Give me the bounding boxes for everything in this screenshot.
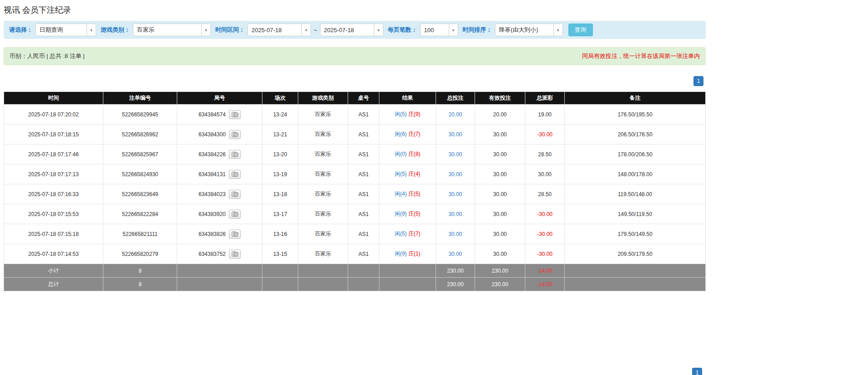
chevron-down-icon[interactable]: ▾ (201, 24, 210, 36)
result-banker: 庄(1) (408, 250, 421, 257)
cell-table-no: AS1 (348, 125, 379, 144)
total-bet-link[interactable]: 30.00 (448, 211, 462, 217)
game-detail-icon[interactable] (229, 230, 241, 239)
game-detail-icon[interactable] (229, 250, 241, 259)
total-bet-link[interactable]: 30.00 (448, 131, 462, 138)
page-title: 视讯 会员下注纪录 (4, 0, 706, 15)
sort-dropdown[interactable]: 降幂(由大到小) ▾ (495, 24, 563, 36)
cell-result: 闲(6) 庄(7) (379, 125, 436, 144)
cell-session: 13-19 (262, 164, 298, 184)
total-row-cell: 230.00 (475, 278, 525, 291)
date-from-value: 2025-07-18 (248, 24, 301, 36)
result-player: 闲(9) (395, 211, 407, 217)
chevron-down-icon[interactable]: ▾ (87, 24, 96, 36)
summary-currency-total: 币别：人民币 | 总共 :8 注单 | (10, 52, 85, 60)
game-detail-icon[interactable] (229, 190, 241, 199)
page-size-value: 100 (421, 24, 449, 36)
round-wrap: 634384023 (199, 190, 241, 199)
column-header: 桌号 (348, 92, 379, 105)
subtotal-row-cell (565, 264, 706, 278)
chevron-down-icon[interactable]: ▾ (374, 24, 383, 36)
cell-total-bet: 20.00 (436, 105, 475, 125)
date-to-value: 2025-07-18 (320, 24, 374, 36)
cell-total-bet: 30.00 (436, 125, 475, 144)
page: 视讯 会员下注纪录 请选择： 日期查询 ▾ 游戏类别： 百家乐 ▾ 时间区间： … (0, 0, 868, 375)
page-size-label: 每页笔数： (388, 26, 417, 34)
cell-remark: 148.00/178.00 (565, 164, 706, 184)
result-banker: 庄(8) (408, 151, 421, 157)
cell-round: 634384574 (177, 105, 262, 125)
cell-round: 634384300 (177, 125, 262, 144)
subtotal-row-cell (379, 264, 436, 278)
game-type-dropdown[interactable]: 百家乐 ▾ (133, 24, 211, 36)
total-bet-link[interactable]: 30.00 (448, 191, 462, 197)
chevron-down-icon[interactable]: ▾ (449, 24, 458, 36)
cell-table-no: AS1 (348, 105, 379, 125)
total-bet-link[interactable]: 30.00 (448, 151, 462, 158)
chevron-down-icon[interactable]: ▾ (301, 24, 310, 36)
round-wrap: 634383752 (199, 250, 241, 259)
round-wrap: 634384300 (199, 130, 241, 139)
result-banker: 庄(5) (408, 191, 421, 197)
cell-session: 13-16 (262, 224, 298, 244)
cell-game-type: 百家乐 (298, 184, 348, 204)
column-header: 局号 (177, 92, 262, 105)
total-row-cell: 总计 (4, 278, 103, 291)
date-from-picker[interactable]: 2025-07-18 ▾ (247, 24, 311, 36)
page-size-dropdown[interactable]: 100 ▾ (420, 24, 458, 36)
cell-session: 13-24 (262, 105, 298, 125)
result-player: 闲(5) (395, 111, 407, 117)
game-detail-icon[interactable] (229, 150, 241, 159)
table-row: 2025-07-18 07:15:53522665822284634383920… (4, 204, 706, 224)
subtotal-row-cell: 230.00 (475, 264, 525, 278)
cell-table-no: AS1 (348, 144, 379, 164)
column-header: 时间 (4, 92, 103, 105)
cell-time: 2025-07-18 07:16:33 (4, 184, 103, 204)
total-bet-link[interactable]: 30.00 (448, 251, 462, 257)
game-detail-icon[interactable] (229, 130, 241, 139)
cell-payout: -30.00 (525, 204, 565, 224)
filter-bar: 请选择： 日期查询 ▾ 游戏类别： 百家乐 ▾ 时间区间： 2025-07-18… (4, 21, 706, 39)
cell-valid-bet: 30.00 (475, 164, 525, 184)
search-button[interactable]: 查询 (568, 24, 593, 36)
cell-valid-bet: 30.00 (475, 204, 525, 224)
pagination-top: 1 (4, 76, 706, 86)
total-row-cell: 230.00 (436, 278, 475, 291)
cell-game-type: 百家乐 (298, 105, 348, 125)
date-to-picker[interactable]: 2025-07-18 ▾ (320, 24, 383, 36)
cell-result: 闲(0) 庄(8) (379, 144, 436, 164)
game-detail-icon[interactable] (229, 170, 241, 179)
pagination-page-1-bottom[interactable]: 1 (692, 368, 702, 375)
subtotal-row-cell (177, 264, 262, 278)
select-label: 请选择： (9, 26, 33, 34)
query-type-dropdown[interactable]: 日期查询 ▾ (35, 24, 96, 36)
column-header: 场次 (262, 92, 298, 105)
total-row-cell (565, 278, 706, 291)
table-row: 2025-07-18 07:18:15522665826962634384300… (4, 125, 706, 144)
table-body: 2025-07-18 07:20:02522665829945634384574… (4, 105, 706, 264)
game-detail-icon[interactable] (229, 110, 241, 119)
cell-remark: 178.00/206.50 (565, 144, 706, 164)
total-row-cell: 8 (103, 278, 177, 291)
cell-payout: -30.00 (525, 125, 565, 144)
total-bet-link[interactable]: 30.00 (448, 231, 462, 237)
total-row: 总计8230.00230.00-14.00 (4, 278, 706, 291)
query-type-value: 日期查询 (36, 24, 87, 36)
summary-notice: 同局有效投注，统一计算在该局第一张注单内 (582, 52, 700, 60)
total-bet-link[interactable]: 20.00 (448, 111, 462, 118)
cell-round: 634384131 (177, 164, 262, 184)
total-bet-link[interactable]: 30.00 (448, 171, 462, 178)
cell-game-type: 百家乐 (298, 224, 348, 244)
round-wrap: 634383826 (199, 230, 241, 239)
cell-round: 634384023 (177, 184, 262, 204)
cell-bet-id: 522665824930 (103, 164, 177, 184)
game-detail-icon[interactable] (229, 210, 241, 219)
pagination-page-1[interactable]: 1 (693, 76, 703, 86)
table-header-row: 时间注单编号局号场次游戏类别桌号结果总投注有效投注总派彩备注 (4, 92, 706, 105)
cell-payout: -30.00 (525, 224, 565, 244)
game-type-value: 百家乐 (133, 24, 201, 36)
cell-session: 13-21 (262, 125, 298, 144)
subtotal-row: 小计8230.00230.00-14.00 (4, 264, 706, 278)
chevron-down-icon[interactable]: ▾ (553, 24, 563, 36)
sort-label: 时间排序： (463, 26, 492, 34)
